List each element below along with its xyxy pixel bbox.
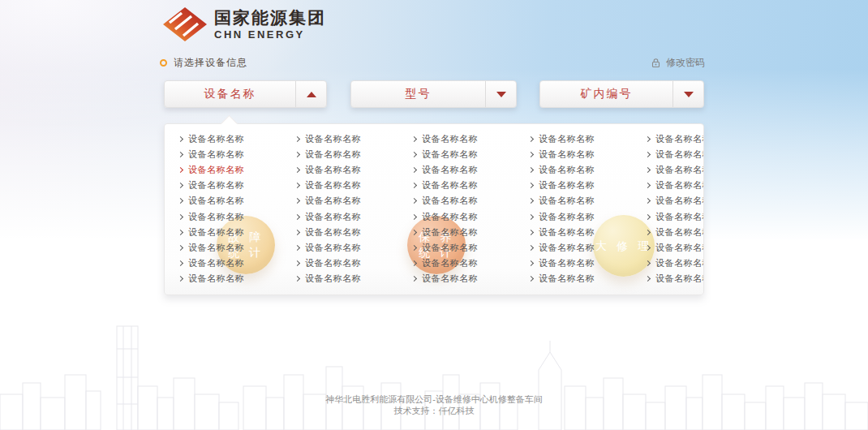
chevron-right-icon (528, 245, 534, 251)
device-name-option[interactable]: 设备名称名称 (411, 178, 528, 193)
device-name-option[interactable]: 设备名称名称 (294, 131, 411, 147)
device-name-option[interactable]: 设备名称名称 (528, 178, 645, 193)
device-name-option[interactable]: 设备名称名称 (294, 147, 411, 162)
chevron-right-icon (528, 260, 534, 266)
device-name-option[interactable]: 设备名称名称 (178, 147, 294, 162)
device-name-option[interactable]: 设备名称名称 (645, 240, 703, 256)
chevron-right-icon (528, 230, 534, 235)
chevron-right-icon (294, 152, 300, 157)
device-name-option[interactable]: 设备名称名称 (294, 240, 411, 256)
footer-company: 神华北电胜利能源有限公司-设备维修中心机修整备车间 (0, 393, 868, 406)
logo-title: 国家能源集团 (214, 8, 326, 28)
chevron-right-icon (645, 245, 651, 251)
arrow-down-icon (672, 81, 703, 107)
device-name-option[interactable]: 设备名称名称 (645, 131, 703, 147)
chevron-right-icon (528, 198, 534, 204)
device-name-option[interactable]: 设备名称名称 (294, 225, 411, 240)
device-name-option[interactable]: 设备名称名称 (411, 193, 528, 209)
chevron-right-icon (294, 167, 300, 173)
filter-mine-number-button[interactable]: 矿内编号 (539, 80, 704, 108)
chevron-right-icon (411, 152, 417, 157)
device-name-option[interactable]: 设备名称名称 (411, 162, 528, 178)
prompt-label: 请选择设备信息 (174, 56, 247, 70)
arrow-up-icon (295, 81, 326, 107)
device-name-option[interactable]: 设备名称名称 (528, 193, 645, 209)
device-name-option[interactable]: 设备名称名称 (411, 240, 528, 256)
chevron-right-icon (294, 183, 300, 188)
device-name-option[interactable]: 设备名称名称 (645, 193, 703, 209)
device-name-option[interactable]: 设备名称名称 (294, 271, 411, 286)
device-name-option[interactable]: 设备名称名称 (528, 131, 645, 147)
chevron-right-icon (411, 213, 417, 219)
chevron-right-icon (178, 152, 183, 157)
device-name-option[interactable]: 设备名称名称 (411, 271, 528, 286)
filter-model-button[interactable]: 型号 (350, 80, 517, 108)
device-name-option[interactable]: 设备名称名称 (294, 193, 411, 209)
chevron-right-icon (528, 152, 534, 157)
chevron-right-icon (411, 183, 417, 188)
chevron-right-icon (411, 167, 417, 173)
device-name-option[interactable]: 设备名称名称 (645, 162, 703, 178)
chevron-right-icon (645, 198, 651, 204)
device-name-option[interactable]: 设备名称名称 (294, 209, 411, 224)
device-name-option[interactable]: 设备名称名称 (411, 147, 528, 162)
device-name-option[interactable]: 设备名称名称 (645, 178, 703, 193)
chevron-right-icon (294, 245, 300, 251)
chevron-right-icon (645, 260, 651, 266)
device-name-option[interactable]: 设备名称名称 (645, 271, 703, 286)
device-name-option[interactable]: 设备名称名称 (178, 131, 294, 147)
device-name-option[interactable]: 设备名称名称 (645, 209, 703, 224)
device-name-option[interactable]: 设备名称名称 (411, 209, 528, 224)
device-name-option[interactable]: 设备名称名称 (528, 162, 645, 178)
device-name-option[interactable]: 设备名称名称 (178, 240, 294, 256)
device-name-option[interactable]: 设备名称名称 (411, 225, 528, 240)
device-name-option[interactable]: 设备名称名称 (528, 271, 645, 286)
chevron-right-icon (528, 276, 534, 282)
chevron-right-icon (645, 167, 651, 173)
device-name-option[interactable]: 设备名称名称 (411, 256, 528, 271)
device-name-option[interactable]: 设备名称名称 (178, 271, 294, 286)
device-options-grid: 设备名称名称设备名称名称设备名称名称设备名称名称设备名称名称设备名称名称设备名称… (165, 124, 703, 295)
chevron-right-icon (294, 276, 300, 282)
chevron-right-icon (178, 136, 183, 142)
device-name-option[interactable]: 设备名称名称 (528, 225, 645, 240)
chevron-right-icon (178, 245, 183, 251)
select-device-prompt: 请选择设备信息 (160, 56, 247, 70)
device-name-option[interactable]: 设备名称名称 (411, 131, 528, 147)
chevron-right-icon (645, 276, 651, 282)
chevron-right-icon (178, 183, 183, 188)
chevron-right-icon (294, 213, 300, 219)
chevron-right-icon (645, 230, 651, 235)
device-name-option[interactable]: 设备名称名称 (528, 256, 645, 271)
device-name-option[interactable]: 设备名称名称 (178, 162, 294, 178)
change-password-link[interactable]: 修改密码 (651, 56, 705, 70)
device-name-option[interactable]: 设备名称名称 (178, 209, 294, 224)
device-name-option[interactable]: 设备名称名称 (178, 193, 294, 209)
device-name-option[interactable]: 设备名称名称 (294, 162, 411, 178)
chevron-right-icon (178, 276, 183, 282)
chevron-right-icon (528, 136, 534, 142)
device-name-option[interactable]: 设备名称名称 (294, 178, 411, 193)
chevron-right-icon (411, 136, 417, 142)
chevron-right-icon (411, 276, 417, 282)
device-name-option[interactable]: 设备名称名称 (178, 256, 294, 271)
device-name-option[interactable]: 设备名称名称 (528, 240, 645, 256)
device-name-option[interactable]: 设备名称名称 (178, 178, 294, 193)
device-name-option[interactable]: 设备名称名称 (528, 209, 645, 224)
chevron-right-icon (294, 260, 300, 266)
device-name-option[interactable]: 设备名称名称 (645, 256, 703, 271)
filter-model-label: 型号 (351, 81, 485, 107)
device-name-option[interactable]: 设备名称名称 (528, 147, 645, 162)
device-name-option[interactable]: 设备名称名称 (645, 225, 703, 240)
device-name-option[interactable]: 设备名称名称 (294, 256, 411, 271)
chevron-right-icon (645, 213, 651, 219)
filter-mine-number-label: 矿内编号 (540, 81, 672, 107)
chn-energy-logo: 国家能源集团 CHN ENERGY (162, 6, 326, 42)
logo-subtitle: CHN ENERGY (214, 28, 326, 41)
filter-device-name-button[interactable]: 设备名称 (164, 80, 327, 108)
device-name-option[interactable]: 设备名称名称 (178, 225, 294, 240)
device-name-option[interactable]: 设备名称名称 (645, 147, 703, 162)
chevron-right-icon (178, 213, 183, 219)
chevron-right-icon (411, 260, 417, 266)
chevron-right-icon (411, 230, 417, 235)
